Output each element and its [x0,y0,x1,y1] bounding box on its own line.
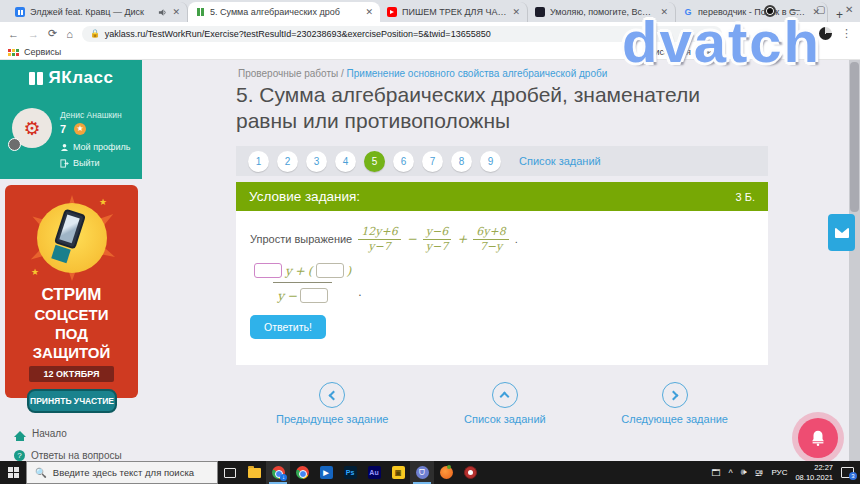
network-icon[interactable]: 🖳 [754,468,763,478]
chevron-right-icon[interactable] [662,382,688,408]
tab-close-icon[interactable]: ✕ [172,7,180,17]
task-prompt: Упрости выражение [250,233,352,245]
step-1[interactable]: 1 [248,151,269,172]
tray-time: 22:27 [795,463,833,473]
join-button[interactable]: ПРИНЯТЬ УЧАСТИЕ [27,389,117,413]
language-indicator[interactable]: РУС [771,468,787,477]
dark-app-icon [535,7,545,17]
step-2[interactable]: 2 [277,151,298,172]
notification-bell-ring [792,412,844,461]
answer-input-coefficient[interactable] [254,263,282,278]
tray-app-icon[interactable]: 🗔 [712,468,721,478]
submit-answer-button[interactable]: Ответить! [250,315,326,339]
url-text: yaklass.ru/TestWorkRun/Exercise?testResu… [105,29,491,39]
user-name: Денис Анашкин [60,110,122,120]
folder-icon [248,468,261,478]
bookmark-services[interactable]: Сервисы [24,47,61,57]
step-7[interactable]: 7 [422,151,443,172]
feedback-envelope-button[interactable] [828,214,855,251]
discord-button[interactable]: ᗜ [410,461,434,484]
answer-area: y + ( ) y − . [250,263,362,303]
movies-app-button[interactable]: ▶ [314,461,338,484]
speaker-icon[interactable] [158,8,167,17]
step-4[interactable]: 4 [335,151,356,172]
step-3[interactable]: 3 [306,151,327,172]
exercise-stepper: 1 2 3 4 5 6 7 8 9 Список заданий [236,146,768,176]
back-icon[interactable]: ← [8,28,19,40]
task-header-label: Условие задания: [249,189,360,204]
promo-banner[interactable]: ★ ★ СТРИМ СОЦСЕТИ ПОД ЗАЩИТОЙ 12 ОКТЯБРЯ… [5,185,138,398]
discord-icon: ᗜ [416,466,429,479]
tray-date: 08.10.2021 [795,473,833,483]
photoshop-button[interactable]: Ps [338,461,362,484]
paren-open: ( [308,264,313,278]
step-5-active[interactable]: 5 [364,151,385,172]
task-view-button[interactable] [218,461,242,484]
file-explorer-button[interactable] [242,461,266,484]
yaklass-logo[interactable]: ЯКласс [0,68,142,90]
breadcrumb-current-link[interactable]: Применение основного свойства алгебраиче… [347,68,608,79]
banner-text-line: ЗАЩИТОЙ [5,344,138,361]
fl-studio-button[interactable] [434,461,458,484]
bell-icon [809,429,827,447]
breadcrumb-root[interactable]: Проверочные работы [238,68,338,79]
hidden-icons-chevron[interactable]: ^ [729,468,733,478]
scrollbar-thumb[interactable] [850,62,859,212]
answer-period: . [358,285,361,299]
task-list-button[interactable]: Список заданий [464,382,546,425]
volume-icon[interactable]: 🕪 [741,467,747,478]
period: . [515,233,518,245]
fraction-2: y−6 y−7 [423,225,451,254]
youtube-icon [387,7,397,17]
tab-close-icon[interactable]: ✕ [365,7,373,17]
window-close-button[interactable]: ✕ [845,4,853,15]
tab-youtube[interactable]: ПИШЕМ ТРЕК ДЛЯ ЧАРТА В СТ ✕ [380,2,528,22]
profile-link[interactable]: Мой профиль [60,142,130,152]
forward-icon[interactable]: → [28,28,39,40]
banner-date-badge: 12 ОКТЯБРЯ [29,366,114,382]
audition-button[interactable]: Au [362,461,386,484]
browser-menu-icon[interactable]: ⋮ [841,27,852,40]
reload-icon[interactable]: ⟳ [48,27,57,40]
avatar-badge [8,138,21,151]
search-icon: 🔍 [35,467,47,478]
yaklass-icon [195,7,205,17]
sidebar-item-home[interactable]: Начало [14,428,67,439]
start-button[interactable] [0,461,26,484]
windows-logo-icon [8,467,19,478]
sidebar: ЯКласс ⚙ Денис Анашкин 7 ★ Мой профиль В… [0,60,142,179]
step-9[interactable]: 9 [480,151,501,172]
chevron-left-icon[interactable] [319,382,345,408]
recorder-app-button[interactable] [458,461,482,484]
media-pause-icon[interactable] [15,7,25,17]
next-task-button[interactable]: Следующее задание [621,382,728,425]
action-center-icon[interactable]: 3 [841,467,854,478]
step-8[interactable]: 8 [451,151,472,172]
tab-yaklass-active[interactable]: 5. Сумма алгебраических дроб ✕ [188,2,380,22]
sidebar-item-faq[interactable]: ? Ответы на вопросы [14,450,122,461]
tab-close-icon[interactable]: ✕ [512,7,520,17]
step-6[interactable]: 6 [393,151,414,172]
home-icon[interactable]: ⌂ [66,28,73,40]
camera-icon [464,466,477,479]
notification-badge: 3 [849,472,857,480]
answer-input-denominator[interactable] [300,288,328,303]
banner-text-line: ПОД [5,325,138,342]
plus-operator: + [457,232,467,246]
previous-task-button[interactable]: Предыдущее задание [276,382,388,425]
chrome-active-button[interactable]: ↓ [266,461,290,484]
taskbar-search-input[interactable]: 🔍 Введите здесь текст для поиска [26,461,218,484]
task-list-link[interactable]: Список заданий [519,155,601,167]
notification-bell-button[interactable] [798,418,838,458]
new-tab-button[interactable]: + [836,8,843,22]
chevron-up-icon[interactable] [492,382,518,408]
chrome-button[interactable] [290,461,314,484]
answer-input-constant[interactable] [316,263,344,278]
taskbar-clock[interactable]: 22:27 08.10.2021 [795,463,833,483]
yellow-app-button[interactable]: ▣ [386,461,410,484]
play-icon: ▶ [320,466,333,479]
banner-illustration: ★ ★ [29,195,115,281]
tab-music[interactable]: Элджей feat. Кравц — Диск ✕ [8,2,188,22]
logout-link[interactable]: Выйти [60,158,100,168]
exit-icon [60,159,69,168]
